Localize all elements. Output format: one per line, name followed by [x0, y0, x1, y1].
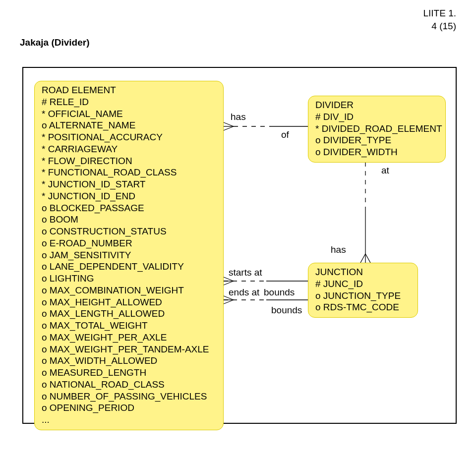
- attr-line: o CONSTRUCTION_STATUS: [42, 226, 216, 237]
- entity-ellipsis: ...: [42, 414, 216, 426]
- entity-attrs: # RELE_ID* OFFICIAL_NAMEo ALTERNATE_NAME…: [42, 96, 216, 414]
- attr-line: # JUNC_ID: [315, 278, 411, 290]
- attr-line: o OPENING_PERIOD: [42, 402, 216, 414]
- attr-line: o JAM_SENSITIVITY: [42, 249, 216, 261]
- rel-label-ends-at: ends at: [229, 287, 259, 298]
- attr-line: * POSITIONAL_ACCURACY: [42, 131, 216, 143]
- svg-line-9: [365, 254, 370, 263]
- attr-line: o BLOCKED_PASSAGE: [42, 202, 216, 214]
- entity-attrs: # JUNC_IDo JUNCTION_TYPEo RDS-TMC_CODE: [315, 278, 411, 313]
- section-title: Jakaja (Divider): [20, 37, 89, 48]
- svg-line-7: [360, 254, 365, 263]
- rel-label-at: at: [381, 165, 389, 176]
- attr-line: o JUNCTION_TYPE: [315, 290, 411, 302]
- entity-junction: JUNCTION # JUNC_IDo JUNCTION_TYPEo RDS-T…: [308, 263, 418, 318]
- attr-line: o MAX_LENGTH_ALLOWED: [42, 308, 216, 320]
- rel-label-bounds1: bounds: [264, 287, 295, 298]
- attr-line: o MAX_WEIGHT_PER_TANDEM-AXLE: [42, 344, 216, 355]
- attr-line: o MEASURED_LENGTH: [42, 367, 216, 379]
- attr-line: o MAX_WIDTH_ALLOWED: [42, 355, 216, 367]
- svg-line-19: [224, 300, 234, 304]
- attr-line: o MAX_TOTAL_WEIGHT: [42, 320, 216, 332]
- page-header: LIITE 1. 4 (15): [423, 7, 456, 32]
- attr-line: * CARRIAGEWAY: [42, 143, 216, 155]
- entity-attrs: # DIV_ID* DIVIDED_ROAD_ELEMENTo DIVIDER_…: [315, 111, 438, 158]
- rel-label-of: of: [281, 129, 289, 140]
- attr-line: o E-ROAD_NUMBER: [42, 237, 216, 249]
- rel-label-has: has: [231, 112, 246, 122]
- attr-line: * JUNCTION_ID_START: [42, 178, 216, 190]
- attr-line: o LANE_DEPENDENT_VALIDITY: [42, 261, 216, 273]
- attr-line: * JUNCTION_ID_END: [42, 190, 216, 202]
- svg-line-14: [224, 281, 234, 285]
- attr-line: o MAX_HEIGHT_ALLOWED: [42, 296, 216, 308]
- attr-line: o DIVIDER_WIDTH: [315, 146, 438, 158]
- attr-line: o MAX_COMBINATION_WEIGHT: [42, 285, 216, 296]
- diagram-frame: ROAD ELEMENT # RELE_ID* OFFICIAL_NAMEo A…: [22, 67, 457, 424]
- attr-line: o BOOM: [42, 214, 216, 226]
- header-line1: LIITE 1.: [423, 7, 456, 20]
- svg-line-0: [224, 122, 234, 126]
- entity-title: JUNCTION: [315, 266, 411, 278]
- attr-line: o NATIONAL_ROAD_CLASS: [42, 379, 216, 391]
- attr-line: o RDS-TMC_CODE: [315, 301, 411, 313]
- entity-title: DIVIDER: [315, 99, 438, 111]
- svg-line-2: [224, 126, 234, 130]
- attr-line: o NUMBER_OF_PASSING_VEHICLES: [42, 391, 216, 402]
- attr-line: o LIGHTING: [42, 273, 216, 285]
- entity-divider: DIVIDER # DIV_ID* DIVIDED_ROAD_ELEMENTo …: [308, 96, 446, 163]
- attr-line: * OFFICIAL_NAME: [42, 108, 216, 120]
- attr-line: # RELE_ID: [42, 96, 216, 108]
- rel-label-has2: has: [331, 244, 346, 255]
- rel-label-starts-at: starts at: [229, 267, 262, 278]
- attr-line: * FLOW_DIRECTION: [42, 155, 216, 167]
- attr-line: * FUNCTIONAL_ROAD_CLASS: [42, 167, 216, 178]
- entity-road-element: ROAD ELEMENT # RELE_ID* OFFICIAL_NAMEo A…: [34, 81, 224, 430]
- attr-line: * DIVIDED_ROAD_ELEMENT: [315, 123, 438, 135]
- entity-title: ROAD ELEMENT: [42, 84, 216, 96]
- attr-line: o ALTERNATE_NAME: [42, 119, 216, 131]
- rel-label-bounds2: bounds: [271, 305, 302, 316]
- header-line2: 4 (15): [423, 20, 456, 33]
- attr-line: # DIV_ID: [315, 111, 438, 123]
- attr-line: o DIVIDER_TYPE: [315, 134, 438, 146]
- attr-line: o MAX_WEIGHT_PER_AXLE: [42, 332, 216, 344]
